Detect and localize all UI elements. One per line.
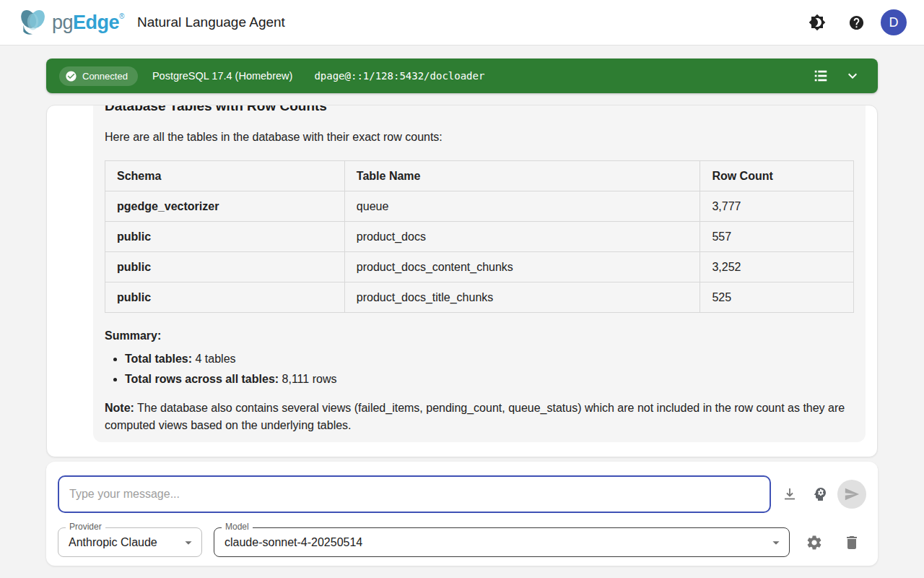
- table-body: pgedge_vectorizerqueue3,777publicproduct…: [105, 191, 854, 313]
- table-header-cell: Schema: [105, 161, 345, 191]
- table-row: publicproduct_docs557: [105, 222, 854, 252]
- psychology-icon: [811, 486, 829, 503]
- trash-icon: [843, 534, 860, 551]
- server-version-label: PostgreSQL 17.4 (Homebrew): [152, 70, 293, 82]
- model-select[interactable]: Model claude-sonnet-4-20250514: [214, 527, 790, 557]
- connection-list-icon: [813, 68, 829, 84]
- table-header-cell: Row Count: [700, 161, 854, 191]
- pgedge-logo: pgEdge®: [17, 8, 124, 37]
- message-intro: Here are all the tables in the database …: [105, 129, 854, 146]
- connection-expand-button[interactable]: [840, 64, 865, 88]
- row-count-table: SchemaTable NameRow Count pgedge_vectori…: [105, 160, 854, 313]
- table-cell: product_docs_content_chunks: [344, 252, 700, 282]
- note-text: The database also contains several views…: [105, 402, 845, 431]
- help-button[interactable]: [842, 8, 871, 37]
- provider-select-label: Provider: [66, 522, 105, 532]
- app-header: pgEdge® Natural Language Agent D: [0, 0, 924, 46]
- help-icon: [848, 14, 865, 31]
- note-label: Note:: [105, 402, 134, 414]
- table-cell: 557: [700, 222, 854, 252]
- settings-button[interactable]: [800, 528, 829, 557]
- table-cell: 3,252: [700, 252, 854, 282]
- message-heading: Database Tables with Row Counts: [105, 105, 854, 116]
- table-row: pgedge_vectorizerqueue3,777: [105, 191, 854, 222]
- connection-string: dpage@::1/128:5432/docloader: [314, 70, 484, 82]
- table-cell: 3,777: [700, 191, 854, 222]
- summary-item: Total rows across all tables: 8,111 rows: [125, 371, 854, 388]
- table-cell: public: [105, 282, 345, 313]
- pgedge-logo-icon: [17, 8, 49, 37]
- check-circle-icon: [65, 70, 77, 82]
- download-button[interactable]: [775, 480, 804, 509]
- table-cell: queue: [344, 191, 700, 222]
- gear-icon: [806, 534, 823, 551]
- connection-list-button[interactable]: [808, 64, 833, 88]
- download-icon: [781, 486, 798, 503]
- model-select-label: Model: [222, 522, 253, 532]
- chat-history-panel[interactable]: Database Tables with Row Counts Here are…: [46, 105, 878, 457]
- thinking-toggle-button[interactable]: [806, 480, 834, 509]
- table-row: publicproduct_docs_title_chunks525: [105, 282, 854, 313]
- assistant-message: Database Tables with Row Counts Here are…: [93, 105, 866, 442]
- table-cell: public: [105, 252, 345, 282]
- theme-toggle-icon: [808, 14, 826, 31]
- user-avatar[interactable]: D: [881, 9, 907, 35]
- message-note: Note: The database also contains several…: [105, 400, 854, 434]
- table-cell: product_docs_title_chunks: [344, 282, 700, 313]
- summary-list: Total tables: 4 tablesTotal rows across …: [105, 350, 854, 388]
- page-title: Natural Language Agent: [137, 14, 285, 30]
- composer-panel: Provider Anthropic Claude Model claude-s…: [46, 462, 878, 566]
- table-cell: product_docs: [344, 222, 700, 252]
- connection-status-label: Connected: [82, 71, 128, 82]
- page: pgEdge® Natural Language Agent D Connect…: [0, 0, 924, 578]
- table-cell: pgedge_vectorizer: [105, 191, 345, 222]
- table-header-row: SchemaTable NameRow Count: [105, 161, 854, 191]
- send-icon: [844, 486, 860, 502]
- connection-bar: Connected PostgreSQL 17.4 (Homebrew) dpa…: [46, 59, 878, 93]
- table-cell: 525: [700, 282, 854, 313]
- theme-toggle-button[interactable]: [803, 8, 832, 37]
- pgedge-wordmark: pgEdge®: [52, 12, 124, 34]
- message-input[interactable]: [58, 475, 771, 513]
- connection-status-badge: Connected: [59, 66, 138, 86]
- clear-chat-button[interactable]: [837, 528, 866, 557]
- model-select-value: claude-sonnet-4-20250514: [214, 536, 362, 549]
- send-button[interactable]: [837, 480, 866, 509]
- table-header-cell: Table Name: [344, 161, 700, 191]
- table-row: publicproduct_docs_content_chunks3,252: [105, 252, 854, 282]
- provider-select[interactable]: Provider Anthropic Claude: [58, 527, 202, 557]
- summary-label: Summary:: [105, 327, 854, 345]
- provider-select-value: Anthropic Claude: [58, 536, 157, 549]
- chevron-down-icon: [844, 67, 861, 85]
- summary-item: Total tables: 4 tables: [125, 350, 854, 368]
- dropdown-arrow-icon: [180, 535, 196, 551]
- dropdown-arrow-icon: [768, 535, 784, 551]
- table-cell: public: [105, 222, 345, 252]
